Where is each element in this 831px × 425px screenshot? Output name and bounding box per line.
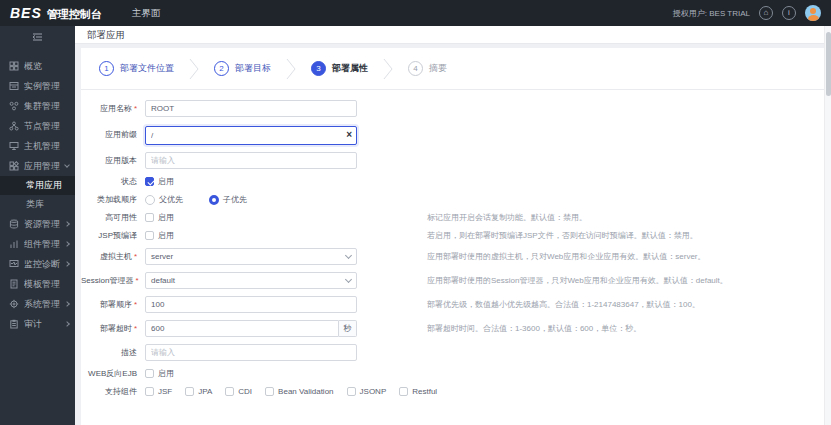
virtual-host-select[interactable]: server (145, 248, 357, 265)
parent-first-radio[interactable] (145, 195, 155, 205)
sidebar: 概览 实例管理 集群管理 节点管理 主机管理 (0, 26, 75, 425)
sidebar-item-host-mgmt[interactable]: 主机管理 (0, 136, 75, 156)
sidebar-item-node-mgmt[interactable]: 节点管理 (0, 116, 75, 136)
sidebar-item-label: 应用管理 (24, 160, 60, 173)
checkbox-label: JSF (158, 387, 172, 396)
sidebar-item-label: 监控诊断 (24, 258, 60, 271)
checkbox-label: Bean Validation (278, 387, 333, 396)
field-app-name: 应用名称* (81, 100, 825, 117)
field-app-prefix: 应用前缀 × (81, 124, 825, 145)
sidebar-item-audit[interactable]: 审计 (0, 314, 75, 334)
scrollbar-thumb[interactable] (826, 32, 831, 96)
deploy-order-input[interactable] (145, 296, 357, 313)
content-wrap: 1 部署文件位置 2 部署目标 3 部署属性 (75, 44, 831, 425)
template-icon (9, 279, 19, 289)
sidebar-menu: 概览 实例管理 集群管理 节点管理 主机管理 (0, 56, 75, 334)
sidebar-item-label: 审计 (24, 318, 60, 331)
step-label: 部署属性 (332, 62, 368, 75)
wizard-step-summary[interactable]: 4 摘要 (408, 61, 447, 76)
sidebar-item-component-mgmt[interactable]: 组件管理 (0, 234, 75, 254)
deploy-steps: 1 部署文件位置 2 部署目标 3 部署属性 (81, 48, 825, 90)
clear-input-icon[interactable]: × (346, 130, 352, 140)
field-label: 部署超时 (100, 324, 132, 333)
sidebar-item-class-library[interactable]: 类库 (0, 195, 75, 214)
field-web-reverse-ejb: WEB反向EJB 启用 (81, 368, 825, 379)
page-title: 部署应用 (75, 26, 831, 44)
cdi-checkbox[interactable] (225, 387, 234, 396)
jsp-precompile-checkbox[interactable] (145, 231, 154, 240)
sidebar-collapse-icon[interactable] (0, 26, 75, 48)
field-high-availability: 高可用性 启用 标记应用开启会话复制功能。默认值：禁用。 (81, 212, 825, 223)
top-header: BES 管理控制台 主界面 授权用户: BES TRIAL ⌂ i (0, 0, 831, 26)
select-value: server (151, 252, 173, 261)
bes-console-app: BES 管理控制台 主界面 授权用户: BES TRIAL ⌂ i 概览 (0, 0, 831, 425)
sidebar-item-common-apps[interactable]: 常用应用 (0, 176, 75, 195)
step-separator-icon (382, 56, 394, 82)
resource-icon (9, 219, 19, 229)
sidebar-item-app-mgmt[interactable]: 应用管理 (0, 156, 75, 176)
bes-logo-text: BES (10, 5, 42, 21)
sidebar-item-resource-mgmt[interactable]: 资源管理 (0, 214, 75, 234)
jsonp-checkbox[interactable] (347, 387, 356, 396)
step-label: 部署目标 (235, 62, 271, 75)
field-description-text: 应用部署时使用的虚拟主机，只对Web应用和企业应用有效。默认值：server。 (427, 251, 706, 262)
session-manager-select[interactable]: default (145, 272, 357, 289)
status-checkbox[interactable] (145, 177, 154, 186)
field-description-text: 部署优先级，数值越小优先级越高。合法值：1-2147483647，默认值：100… (427, 299, 700, 310)
sidebar-item-label: 实例管理 (24, 80, 69, 93)
menu-main-screen[interactable]: 主界面 (124, 0, 169, 26)
chevron-down-icon (345, 275, 352, 282)
wizard-step-file-location[interactable]: 1 部署文件位置 (99, 61, 174, 76)
required-mark: * (134, 324, 137, 333)
unit-suffix: 秒 (339, 320, 357, 337)
wizard-step-deploy-properties[interactable]: 3 部署属性 (311, 61, 368, 76)
field-status: 状态 启用 (81, 176, 825, 187)
sidebar-item-monitor-diagnosis[interactable]: 监控诊断 (0, 254, 75, 274)
home-icon[interactable]: ⌂ (759, 6, 773, 20)
jsf-checkbox[interactable] (145, 387, 154, 396)
required-mark: * (134, 300, 137, 309)
chevron-down-icon (345, 251, 352, 258)
sidebar-item-label: 模板管理 (24, 278, 69, 291)
step-label: 摘要 (429, 62, 447, 75)
sidebar-item-instance-mgmt[interactable]: 实例管理 (0, 76, 75, 96)
field-supported-components: 支持组件 JSF JPA CDI Bean Validation JSONP R… (81, 386, 825, 397)
header-right: 授权用户: BES TRIAL ⌂ i (673, 5, 821, 21)
field-deploy-timeout: 部署超时* 秒 部署超时时间。合法值：1-3600，默认值：600，单位：秒。 (81, 320, 825, 337)
field-label: 应用名称 (100, 104, 132, 113)
checkbox-label: 启用 (158, 176, 174, 187)
description-input[interactable] (145, 344, 357, 361)
app-version-input[interactable] (145, 152, 357, 169)
child-first-radio[interactable] (209, 195, 219, 205)
app-name-input[interactable] (145, 100, 357, 117)
restful-checkbox[interactable] (399, 387, 408, 396)
sidebar-item-cluster-mgmt[interactable]: 集群管理 (0, 96, 75, 116)
user-avatar[interactable] (805, 5, 821, 21)
web-reverse-ejb-checkbox[interactable] (145, 369, 154, 378)
field-description-text: 若启用，则在部署时预编译JSP文件，否则在访问时预编译。默认值：禁用。 (427, 230, 698, 241)
chevron-right-icon (64, 321, 70, 327)
sidebar-item-label: 系统管理 (24, 298, 60, 311)
sidebar-item-system-mgmt[interactable]: 系统管理 (0, 294, 75, 314)
chevron-down-icon (64, 162, 70, 168)
checkbox-label: CDI (238, 387, 252, 396)
field-label: 应用版本 (105, 156, 137, 165)
monitor-icon (9, 259, 19, 269)
deploy-timeout-input[interactable] (145, 320, 339, 337)
field-label: Session管理器 (81, 276, 133, 285)
bean-validation-checkbox[interactable] (265, 387, 274, 396)
sidebar-item-template-mgmt[interactable]: 模板管理 (0, 274, 75, 294)
checkbox-label: Restful (412, 387, 437, 396)
required-mark: * (135, 276, 138, 285)
wizard-step-deploy-target[interactable]: 2 部署目标 (214, 61, 271, 76)
app-prefix-input[interactable] (145, 126, 357, 145)
high-availability-checkbox[interactable] (145, 213, 154, 222)
step-number: 2 (214, 61, 229, 76)
info-icon[interactable]: i (782, 6, 796, 20)
sidebar-item-overview[interactable]: 概览 (0, 56, 75, 76)
sidebar-subitem-label: 类库 (26, 198, 44, 211)
jpa-checkbox[interactable] (185, 387, 194, 396)
field-virtual-host: 虚拟主机* server 应用部署时使用的虚拟主机，只对Web应用和企业应用有效… (81, 248, 825, 265)
field-app-version: 应用版本 (81, 152, 825, 169)
step-label: 部署文件位置 (120, 62, 174, 75)
